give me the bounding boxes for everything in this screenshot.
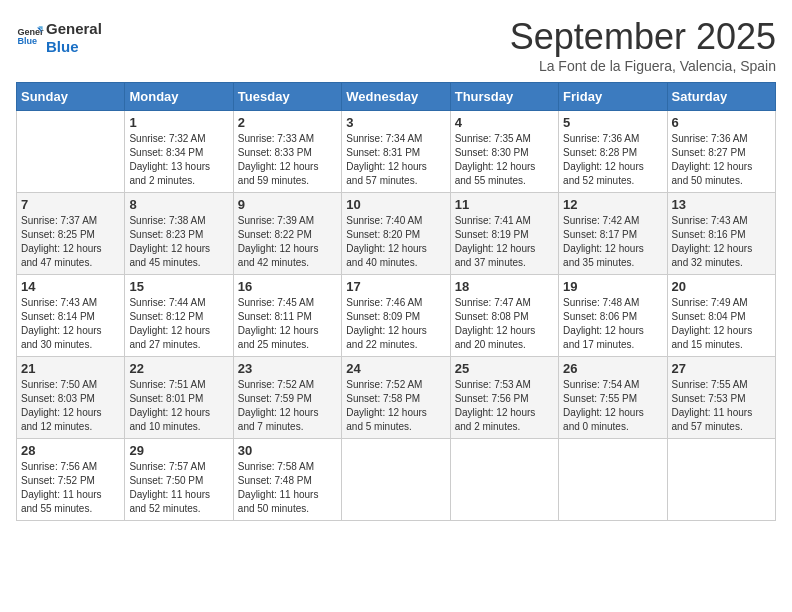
day-info: Sunrise: 7:38 AM Sunset: 8:23 PM Dayligh… — [129, 214, 228, 270]
calendar-cell — [667, 439, 775, 521]
calendar-cell: 30Sunrise: 7:58 AM Sunset: 7:48 PM Dayli… — [233, 439, 341, 521]
day-info: Sunrise: 7:35 AM Sunset: 8:30 PM Dayligh… — [455, 132, 554, 188]
calendar-table: SundayMondayTuesdayWednesdayThursdayFrid… — [16, 82, 776, 521]
weekday-header-friday: Friday — [559, 83, 667, 111]
calendar-week-3: 14Sunrise: 7:43 AM Sunset: 8:14 PM Dayli… — [17, 275, 776, 357]
calendar-cell: 9Sunrise: 7:39 AM Sunset: 8:22 PM Daylig… — [233, 193, 341, 275]
day-number: 6 — [672, 115, 771, 130]
day-info: Sunrise: 7:54 AM Sunset: 7:55 PM Dayligh… — [563, 378, 662, 434]
day-number: 8 — [129, 197, 228, 212]
day-number: 2 — [238, 115, 337, 130]
day-number: 19 — [563, 279, 662, 294]
weekday-header-thursday: Thursday — [450, 83, 558, 111]
day-info: Sunrise: 7:52 AM Sunset: 7:58 PM Dayligh… — [346, 378, 445, 434]
calendar-cell: 7Sunrise: 7:37 AM Sunset: 8:25 PM Daylig… — [17, 193, 125, 275]
calendar-subtitle: La Font de la Figuera, Valencia, Spain — [510, 58, 776, 74]
day-number: 3 — [346, 115, 445, 130]
day-info: Sunrise: 7:43 AM Sunset: 8:14 PM Dayligh… — [21, 296, 120, 352]
calendar-cell: 10Sunrise: 7:40 AM Sunset: 8:20 PM Dayli… — [342, 193, 450, 275]
title-block: September 2025 La Font de la Figuera, Va… — [510, 16, 776, 74]
calendar-title: September 2025 — [510, 16, 776, 58]
day-info: Sunrise: 7:44 AM Sunset: 8:12 PM Dayligh… — [129, 296, 228, 352]
day-info: Sunrise: 7:47 AM Sunset: 8:08 PM Dayligh… — [455, 296, 554, 352]
day-number: 29 — [129, 443, 228, 458]
day-info: Sunrise: 7:34 AM Sunset: 8:31 PM Dayligh… — [346, 132, 445, 188]
day-number: 7 — [21, 197, 120, 212]
page-header: General Blue General Blue September 2025… — [16, 16, 776, 74]
calendar-cell: 16Sunrise: 7:45 AM Sunset: 8:11 PM Dayli… — [233, 275, 341, 357]
calendar-cell: 4Sunrise: 7:35 AM Sunset: 8:30 PM Daylig… — [450, 111, 558, 193]
day-number: 30 — [238, 443, 337, 458]
day-number: 26 — [563, 361, 662, 376]
calendar-cell — [342, 439, 450, 521]
calendar-cell: 20Sunrise: 7:49 AM Sunset: 8:04 PM Dayli… — [667, 275, 775, 357]
calendar-cell: 27Sunrise: 7:55 AM Sunset: 7:53 PM Dayli… — [667, 357, 775, 439]
day-info: Sunrise: 7:49 AM Sunset: 8:04 PM Dayligh… — [672, 296, 771, 352]
calendar-cell: 23Sunrise: 7:52 AM Sunset: 7:59 PM Dayli… — [233, 357, 341, 439]
calendar-cell: 5Sunrise: 7:36 AM Sunset: 8:28 PM Daylig… — [559, 111, 667, 193]
day-number: 13 — [672, 197, 771, 212]
calendar-week-2: 7Sunrise: 7:37 AM Sunset: 8:25 PM Daylig… — [17, 193, 776, 275]
day-info: Sunrise: 7:33 AM Sunset: 8:33 PM Dayligh… — [238, 132, 337, 188]
day-number: 10 — [346, 197, 445, 212]
weekday-header-saturday: Saturday — [667, 83, 775, 111]
svg-text:Blue: Blue — [17, 36, 37, 46]
logo-line1: General — [46, 20, 102, 38]
day-info: Sunrise: 7:36 AM Sunset: 8:28 PM Dayligh… — [563, 132, 662, 188]
day-info: Sunrise: 7:46 AM Sunset: 8:09 PM Dayligh… — [346, 296, 445, 352]
calendar-cell: 3Sunrise: 7:34 AM Sunset: 8:31 PM Daylig… — [342, 111, 450, 193]
day-number: 9 — [238, 197, 337, 212]
day-number: 21 — [21, 361, 120, 376]
day-info: Sunrise: 7:36 AM Sunset: 8:27 PM Dayligh… — [672, 132, 771, 188]
calendar-cell: 14Sunrise: 7:43 AM Sunset: 8:14 PM Dayli… — [17, 275, 125, 357]
day-info: Sunrise: 7:43 AM Sunset: 8:16 PM Dayligh… — [672, 214, 771, 270]
calendar-cell: 28Sunrise: 7:56 AM Sunset: 7:52 PM Dayli… — [17, 439, 125, 521]
calendar-cell: 2Sunrise: 7:33 AM Sunset: 8:33 PM Daylig… — [233, 111, 341, 193]
calendar-cell: 6Sunrise: 7:36 AM Sunset: 8:27 PM Daylig… — [667, 111, 775, 193]
weekday-header-row: SundayMondayTuesdayWednesdayThursdayFrid… — [17, 83, 776, 111]
weekday-header-wednesday: Wednesday — [342, 83, 450, 111]
day-info: Sunrise: 7:52 AM Sunset: 7:59 PM Dayligh… — [238, 378, 337, 434]
day-info: Sunrise: 7:55 AM Sunset: 7:53 PM Dayligh… — [672, 378, 771, 434]
calendar-cell: 17Sunrise: 7:46 AM Sunset: 8:09 PM Dayli… — [342, 275, 450, 357]
calendar-cell: 22Sunrise: 7:51 AM Sunset: 8:01 PM Dayli… — [125, 357, 233, 439]
calendar-week-4: 21Sunrise: 7:50 AM Sunset: 8:03 PM Dayli… — [17, 357, 776, 439]
calendar-cell: 1Sunrise: 7:32 AM Sunset: 8:34 PM Daylig… — [125, 111, 233, 193]
day-number: 11 — [455, 197, 554, 212]
day-info: Sunrise: 7:45 AM Sunset: 8:11 PM Dayligh… — [238, 296, 337, 352]
day-info: Sunrise: 7:57 AM Sunset: 7:50 PM Dayligh… — [129, 460, 228, 516]
calendar-cell: 15Sunrise: 7:44 AM Sunset: 8:12 PM Dayli… — [125, 275, 233, 357]
weekday-header-tuesday: Tuesday — [233, 83, 341, 111]
day-number: 23 — [238, 361, 337, 376]
calendar-cell: 12Sunrise: 7:42 AM Sunset: 8:17 PM Dayli… — [559, 193, 667, 275]
day-info: Sunrise: 7:56 AM Sunset: 7:52 PM Dayligh… — [21, 460, 120, 516]
calendar-cell: 19Sunrise: 7:48 AM Sunset: 8:06 PM Dayli… — [559, 275, 667, 357]
day-number: 12 — [563, 197, 662, 212]
calendar-cell — [450, 439, 558, 521]
day-info: Sunrise: 7:58 AM Sunset: 7:48 PM Dayligh… — [238, 460, 337, 516]
day-info: Sunrise: 7:37 AM Sunset: 8:25 PM Dayligh… — [21, 214, 120, 270]
calendar-cell: 21Sunrise: 7:50 AM Sunset: 8:03 PM Dayli… — [17, 357, 125, 439]
day-number: 16 — [238, 279, 337, 294]
day-number: 18 — [455, 279, 554, 294]
day-info: Sunrise: 7:51 AM Sunset: 8:01 PM Dayligh… — [129, 378, 228, 434]
day-number: 20 — [672, 279, 771, 294]
day-info: Sunrise: 7:50 AM Sunset: 8:03 PM Dayligh… — [21, 378, 120, 434]
day-number: 15 — [129, 279, 228, 294]
day-info: Sunrise: 7:42 AM Sunset: 8:17 PM Dayligh… — [563, 214, 662, 270]
day-number: 22 — [129, 361, 228, 376]
day-number: 24 — [346, 361, 445, 376]
calendar-cell: 29Sunrise: 7:57 AM Sunset: 7:50 PM Dayli… — [125, 439, 233, 521]
calendar-cell: 11Sunrise: 7:41 AM Sunset: 8:19 PM Dayli… — [450, 193, 558, 275]
logo-line2: Blue — [46, 38, 102, 56]
calendar-cell: 18Sunrise: 7:47 AM Sunset: 8:08 PM Dayli… — [450, 275, 558, 357]
day-number: 28 — [21, 443, 120, 458]
logo-icon: General Blue — [16, 22, 44, 50]
day-info: Sunrise: 7:53 AM Sunset: 7:56 PM Dayligh… — [455, 378, 554, 434]
calendar-cell: 26Sunrise: 7:54 AM Sunset: 7:55 PM Dayli… — [559, 357, 667, 439]
weekday-header-monday: Monday — [125, 83, 233, 111]
day-number: 5 — [563, 115, 662, 130]
day-number: 27 — [672, 361, 771, 376]
day-info: Sunrise: 7:32 AM Sunset: 8:34 PM Dayligh… — [129, 132, 228, 188]
day-number: 4 — [455, 115, 554, 130]
